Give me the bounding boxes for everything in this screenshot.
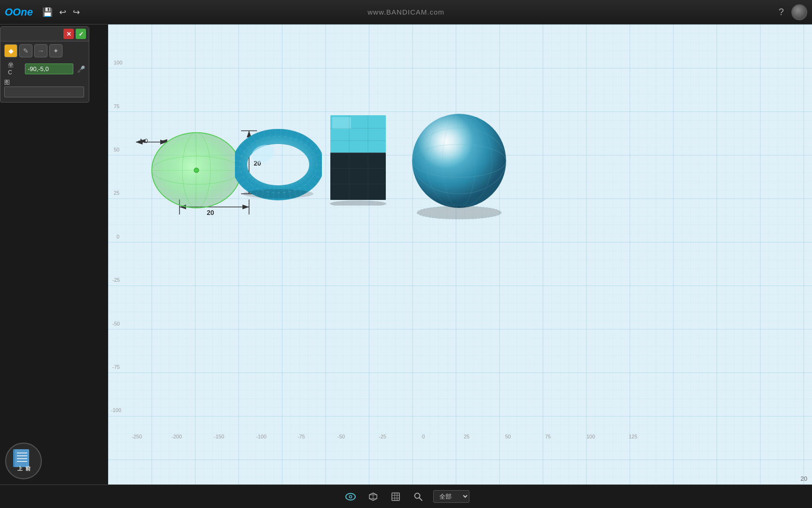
ellipse-object[interactable] <box>149 128 243 213</box>
coord-input[interactable] <box>25 64 73 74</box>
svg-rect-60 <box>332 117 351 129</box>
svg-text:前: 前 <box>25 466 31 471</box>
svg-line-91 <box>419 498 422 500</box>
corner-number: 20 <box>801 475 807 482</box>
objects-container <box>108 24 812 484</box>
app-logo: OOne <box>0 6 33 18</box>
tool-button-1[interactable]: ✎ <box>19 44 32 57</box>
box-object[interactable] <box>327 111 388 203</box>
svg-rect-58 <box>330 153 386 200</box>
tool-button-3[interactable]: ✦ <box>49 44 62 57</box>
panel-header: ✕ ✓ <box>0 27 89 41</box>
text-label: 图 <box>0 77 14 87</box>
svg-text:上: 上 <box>17 466 23 471</box>
topbar-icons: 💾 ↩ ↪ <box>42 7 80 17</box>
save-icon[interactable]: 💾 <box>42 7 53 17</box>
view-cube[interactable]: 上 前 <box>5 442 42 480</box>
panel-text-row: 图 <box>0 78 89 97</box>
undo-icon[interactable]: ↩ <box>59 7 66 17</box>
svg-point-69 <box>330 200 386 206</box>
eye-tool-button[interactable] <box>343 489 358 504</box>
panel-close-button[interactable]: ✕ <box>63 29 74 39</box>
svg-rect-94 <box>15 449 29 467</box>
tool-button-0[interactable]: ◆ <box>4 44 17 57</box>
coordinate-panel: ✕ ✓ ◆ ✎ → ✦ 坐 C 🎤 图 <box>0 26 89 103</box>
panel-ok-button[interactable]: ✓ <box>76 29 86 39</box>
bottom-toolbar: 全部 前视图 侧视图 俯视图 <box>0 484 812 508</box>
3d-viewport[interactable]: 100 75 50 25 0 -25 -50 -75 -100 -250 -20… <box>108 24 812 484</box>
layers-tool-button[interactable] <box>388 489 403 504</box>
user-avatar[interactable] <box>791 4 807 20</box>
cube-tool-button[interactable] <box>366 489 381 504</box>
sphere-object[interactable] <box>409 111 508 220</box>
watermark: www.BANDICAM.com <box>367 8 445 16</box>
coord-label: 坐 C <box>4 61 21 77</box>
panel-tools: ◆ ✎ → ✦ <box>0 41 89 60</box>
top-bar: OOne 💾 ↩ ↪ www.BANDICAM.com ? <box>0 0 812 24</box>
svg-point-80 <box>350 496 351 498</box>
search-tool-button[interactable] <box>411 489 426 504</box>
redo-icon[interactable]: ↪ <box>73 7 80 17</box>
tool-button-2[interactable]: → <box>34 44 47 57</box>
view-select[interactable]: 全部 前视图 侧视图 俯视图 <box>433 490 469 503</box>
panel-coord-row: 坐 C 🎤 <box>0 60 89 78</box>
text-input[interactable] <box>4 87 84 97</box>
mic-icon[interactable]: 🎤 <box>77 65 85 73</box>
help-icon[interactable]: ? <box>779 7 784 17</box>
svg-rect-85 <box>392 493 399 500</box>
torus-object[interactable] <box>235 123 320 208</box>
svg-point-54 <box>243 189 313 198</box>
